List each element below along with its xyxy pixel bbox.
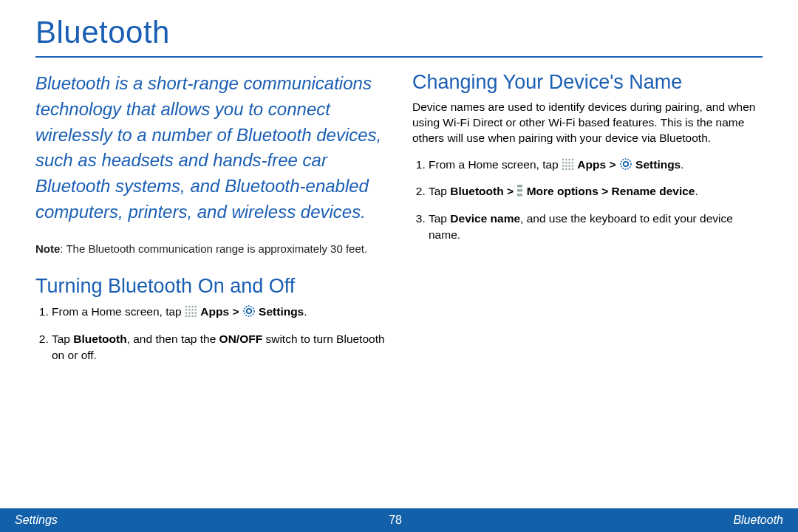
c1-pre: From a Home screen, tap <box>429 158 562 171</box>
c1-gt: > <box>606 158 619 171</box>
svg-point-15 <box>195 316 197 318</box>
note-paragraph: Note: The Bluetooth communication range … <box>35 242 386 256</box>
svg-point-25 <box>572 162 574 164</box>
left-column: Bluetooth is a short-range communication… <box>35 71 386 372</box>
svg-rect-36 <box>517 185 522 188</box>
c2e: > <box>598 185 612 197</box>
c3a: Tap <box>429 212 450 225</box>
svg-rect-37 <box>517 189 522 192</box>
changing-paragraph: Device names are used to identify device… <box>412 100 763 146</box>
svg-point-18 <box>562 158 565 160</box>
title-rule <box>35 56 763 58</box>
page-title: Bluetooth <box>35 15 763 50</box>
s2a: Tap <box>52 332 73 345</box>
section-heading-changing: Changing Your Device's Name <box>412 71 763 94</box>
svg-point-16 <box>244 306 254 316</box>
apps-label: Apps <box>200 305 229 318</box>
c2d: More options <box>527 185 598 197</box>
gt-1: > <box>229 305 242 318</box>
svg-point-1 <box>188 306 191 308</box>
svg-point-31 <box>565 168 567 170</box>
svg-point-21 <box>572 158 574 160</box>
s2b: Bluetooth <box>73 332 126 345</box>
svg-point-22 <box>562 162 565 164</box>
svg-point-32 <box>568 168 570 170</box>
svg-point-12 <box>185 316 188 318</box>
svg-point-24 <box>568 162 570 164</box>
c2b: Bluetooth <box>450 185 503 197</box>
footer-page-number: 78 <box>389 514 402 527</box>
c1-post: . <box>681 158 683 171</box>
svg-point-27 <box>565 165 567 167</box>
c2g: . <box>695 185 698 197</box>
svg-point-2 <box>191 306 194 308</box>
more-options-icon <box>516 185 523 202</box>
c2a: Tap <box>429 185 450 197</box>
svg-point-30 <box>562 168 565 170</box>
step-1: From a Home screen, tap Apps > Sett <box>52 304 386 322</box>
c1-apps: Apps <box>577 158 606 171</box>
apps-grid-icon <box>562 158 574 175</box>
svg-point-6 <box>191 309 194 311</box>
c2c: > <box>504 185 517 197</box>
svg-point-20 <box>568 158 570 160</box>
svg-point-5 <box>188 309 191 311</box>
step-2: Tap Bluetooth, and then tap the ON/OFF s… <box>52 331 386 363</box>
manual-page: Bluetooth Bluetooth is a short-range com… <box>0 0 798 532</box>
right-column: Changing Your Device's Name Device names… <box>412 71 763 372</box>
c2f: Rename device <box>612 185 695 197</box>
svg-point-29 <box>572 165 574 167</box>
c3b: Device name <box>450 212 520 225</box>
c-step-2: Tap Bluetooth > More options > Rename de… <box>429 183 763 202</box>
two-columns: Bluetooth is a short-range communication… <box>35 71 763 372</box>
svg-point-34 <box>621 159 631 169</box>
page-footer: Settings 78 Bluetooth <box>0 508 798 532</box>
svg-point-10 <box>191 313 194 315</box>
footer-left: Settings <box>15 514 58 527</box>
c-step-3: Tap Device name, and use the keyboard to… <box>429 211 763 242</box>
svg-point-23 <box>565 162 567 164</box>
intro-paragraph: Bluetooth is a short-range communication… <box>35 71 386 225</box>
settings-gear-icon <box>242 304 256 322</box>
footer-right: Bluetooth <box>733 514 783 527</box>
svg-point-11 <box>195 313 197 315</box>
s2c: , and then tap the <box>127 332 219 345</box>
svg-point-9 <box>188 313 191 315</box>
section-heading-turning: Turning Bluetooth On and Off <box>35 275 386 298</box>
note-label: Note <box>35 242 60 255</box>
step1-text: From a Home screen, tap <box>52 305 185 318</box>
svg-point-0 <box>185 306 188 308</box>
svg-point-3 <box>195 306 197 308</box>
steps-turning: From a Home screen, tap Apps > Sett <box>35 304 386 363</box>
svg-point-14 <box>191 316 194 318</box>
svg-point-7 <box>195 309 197 311</box>
svg-rect-38 <box>517 194 522 197</box>
c1-settings: Settings <box>635 158 681 171</box>
svg-point-33 <box>572 168 574 170</box>
c-step-1: From a Home screen, tap Apps > Sett <box>429 157 763 175</box>
svg-point-35 <box>624 162 628 166</box>
svg-point-4 <box>185 309 188 311</box>
s2d: ON/OFF <box>219 332 263 345</box>
step1-post: . <box>304 305 307 318</box>
svg-point-26 <box>562 165 565 167</box>
apps-grid-icon <box>185 305 197 322</box>
svg-point-13 <box>188 316 191 318</box>
settings-label: Settings <box>259 305 304 318</box>
settings-gear-icon <box>619 157 632 175</box>
svg-point-28 <box>568 165 570 167</box>
svg-point-17 <box>247 309 251 313</box>
note-text: : The Bluetooth communication range is a… <box>60 242 367 255</box>
steps-changing: From a Home screen, tap Apps > Sett <box>412 157 763 243</box>
svg-point-19 <box>565 158 567 160</box>
svg-point-8 <box>185 313 188 315</box>
